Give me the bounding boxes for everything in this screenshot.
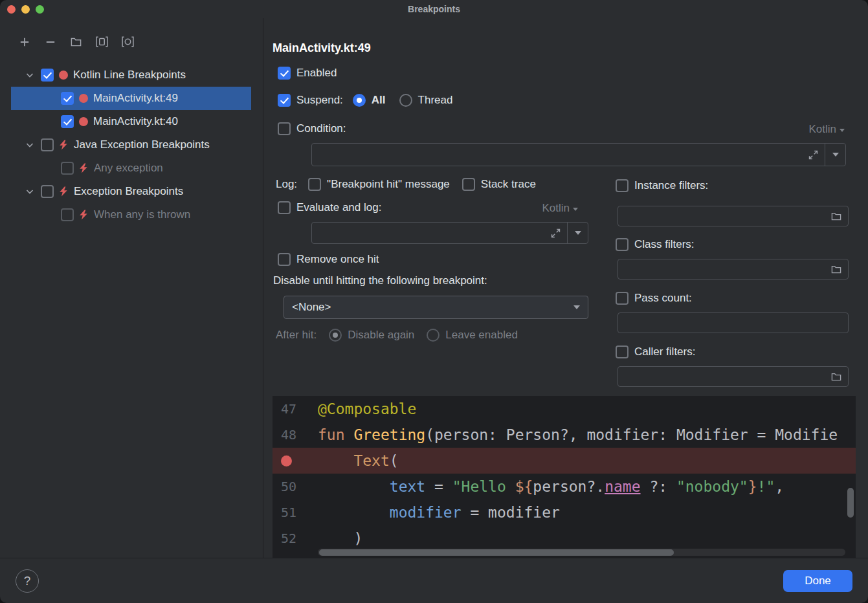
condition-expand-button[interactable] [801, 144, 825, 166]
after-hit-leave-enabled-label: Leave enabled [445, 329, 518, 342]
line-number: 50 [273, 479, 318, 494]
condition-checkbox[interactable] [278, 122, 291, 135]
horizontal-scrollbar-thumb[interactable] [319, 549, 674, 556]
chevron-down-icon[interactable] [25, 186, 36, 197]
pass-count-input[interactable] [618, 313, 848, 333]
chevron-down-icon[interactable] [25, 70, 36, 81]
minimize-window-button[interactable] [21, 5, 30, 14]
done-button[interactable]: Done [783, 570, 852, 592]
evaluate-checkbox[interactable] [278, 201, 291, 214]
tree-row-label: MainActivity.kt:40 [93, 115, 178, 128]
tree-row[interactable]: MainActivity.kt:49 [11, 87, 251, 110]
tree-row[interactable]: Java Exception Breakpoints [11, 133, 251, 157]
code-text: modifier = modifier [318, 504, 560, 521]
class-filters-checkbox[interactable] [616, 238, 629, 251]
after-hit-disable-again-radio[interactable] [329, 329, 342, 342]
tree-row[interactable]: MainActivity.kt:40 [11, 110, 251, 133]
remove-breakpoint-button[interactable] [41, 33, 59, 50]
chevron-down-icon[interactable] [25, 140, 36, 151]
code-token: = modifier [462, 504, 560, 521]
code-token: ( [390, 452, 399, 469]
tree-row[interactable]: Exception Breakpoints [11, 180, 251, 203]
enabled-checkbox[interactable] [278, 67, 291, 80]
after-hit-leave-enabled-radio[interactable] [427, 329, 440, 342]
folder-icon [830, 264, 842, 275]
help-button[interactable]: ? [16, 569, 39, 593]
tree-row-label: Java Exception Breakpoints [74, 138, 210, 151]
tree-row[interactable]: Kotlin Line Breakpoints [11, 63, 251, 87]
caller-filters-browse-button[interactable] [825, 367, 848, 386]
fullscreen-window-button[interactable] [36, 5, 44, 14]
pass-count-field [618, 312, 849, 333]
suspend-all-radio[interactable] [353, 94, 366, 107]
file-group-icon [95, 36, 109, 48]
remove-once-label: Remove once hit [296, 253, 379, 266]
chevron-down-icon [575, 231, 581, 235]
vertical-scrollbar-thumb[interactable] [847, 488, 854, 518]
breakpoint-checkbox[interactable] [41, 69, 54, 82]
instance-filters-checkbox[interactable] [616, 179, 629, 192]
expand-icon [808, 149, 819, 160]
breakpoint-checkbox[interactable] [61, 162, 74, 175]
code-text: @Composable [318, 400, 416, 417]
breakpoint-checkbox[interactable] [61, 208, 74, 221]
caller-filters-input[interactable] [618, 367, 825, 386]
caller-filters-field [618, 366, 849, 387]
evaluate-language-label: Kotlin [542, 202, 570, 215]
class-filters-browse-button[interactable] [825, 259, 848, 279]
evaluate-row: Evaluate and log: [278, 201, 381, 214]
suspend-checkbox[interactable] [278, 94, 291, 107]
instance-filters-input[interactable] [618, 206, 825, 226]
add-breakpoint-button[interactable] [16, 33, 33, 50]
evaluate-expand-button[interactable] [544, 223, 567, 243]
class-filters-input[interactable] [618, 259, 825, 279]
exception-bolt-icon [59, 186, 68, 197]
remove-once-checkbox[interactable] [278, 253, 291, 266]
tree-row[interactable]: When any is thrown [11, 203, 251, 226]
evaluate-input[interactable] [312, 223, 544, 243]
instance-filters-browse-button[interactable] [825, 206, 848, 226]
evaluate-history-button[interactable] [567, 223, 588, 243]
exception-bolt-icon [59, 140, 68, 150]
code-token: name [605, 478, 640, 495]
close-window-button[interactable] [7, 5, 16, 14]
breakpoint-checkbox[interactable] [41, 185, 54, 198]
code-token: modifier [390, 504, 462, 521]
breakpoint-dot-icon[interactable] [281, 455, 292, 466]
disable-until-combobox[interactable]: <None> [284, 296, 588, 319]
suspend-label: Suspend: [296, 94, 343, 107]
vertical-scrollbar[interactable] [847, 397, 854, 547]
evaluate-language-selector[interactable]: Kotlin [542, 202, 578, 215]
suspend-thread-radio[interactable] [399, 94, 412, 107]
caller-filters-row: Caller filters: [616, 345, 695, 358]
evaluate-field [311, 222, 588, 244]
pass-count-checkbox[interactable] [616, 292, 629, 305]
evaluate-label: Evaluate and log: [296, 201, 381, 214]
code-token: , [775, 478, 784, 495]
chevron-down-icon [573, 305, 580, 309]
breakpoint-title: MainActivity.kt:49 [273, 41, 371, 55]
condition-input[interactable] [312, 144, 801, 166]
folder-icon [830, 211, 842, 222]
breakpoints-dialog: Breakpoints Kotlin Line BreakpointsMainA… [0, 0, 868, 603]
condition-history-button[interactable] [825, 144, 845, 166]
horizontal-scrollbar[interactable] [318, 549, 845, 556]
tree-row[interactable]: Any exception [11, 157, 251, 180]
stack-trace-checkbox[interactable] [462, 178, 475, 191]
after-hit-row: After hit: Disable again Leave enabled [276, 329, 518, 342]
breakpoint-checkbox[interactable] [61, 92, 74, 105]
log-message-checkbox[interactable] [308, 178, 321, 191]
group-by-package-button[interactable] [67, 33, 85, 50]
group-by-file-button[interactable] [93, 33, 111, 50]
group-by-class-button[interactable] [119, 33, 137, 50]
class-filters-label: Class filters: [634, 238, 695, 251]
breakpoint-checkbox[interactable] [61, 115, 74, 128]
line-number: 52 [273, 531, 318, 546]
breakpoint-dot-icon [79, 94, 88, 103]
code-token: fun [318, 426, 353, 443]
caller-filters-checkbox[interactable] [616, 345, 629, 358]
breakpoint-checkbox[interactable] [41, 138, 54, 151]
condition-language-selector[interactable]: Kotlin [808, 123, 845, 136]
gutter-breakpoint[interactable] [273, 455, 318, 466]
breakpoint-details-panel: MainActivity.kt:49 Enabled Suspend: All … [264, 18, 868, 558]
